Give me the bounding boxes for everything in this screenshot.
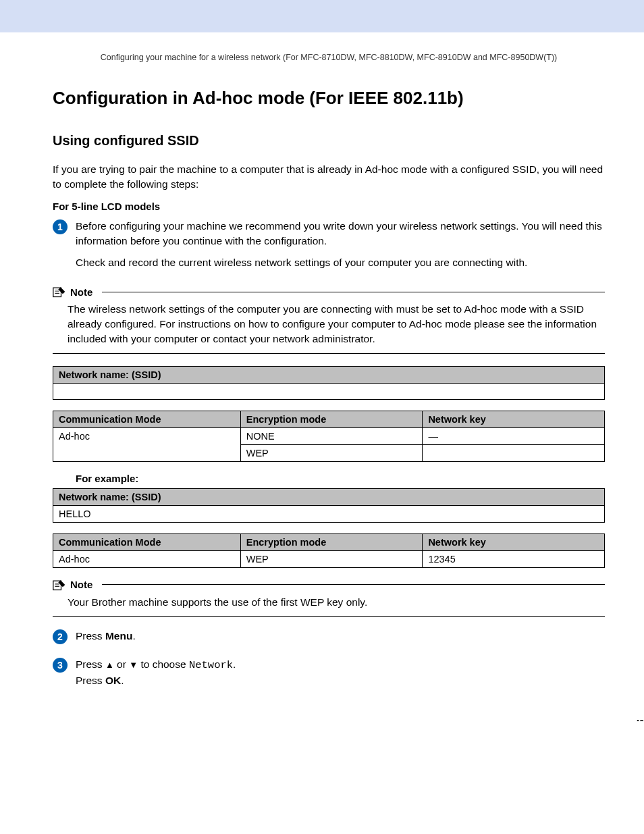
cell-key — [423, 444, 605, 461]
modes-table-example: Communication Mode Encryption mode Netwo… — [53, 533, 605, 568]
step-3-line2-post: . — [121, 675, 124, 686]
modes-header-key: Network key — [423, 411, 605, 427]
down-arrow-icon: ▼ — [129, 660, 138, 670]
step-3-dot: . — [233, 658, 236, 670]
modes-header-enc: Encryption mode — [240, 533, 423, 550]
note-block-2: Note Your Brother machine supports the u… — [53, 579, 605, 617]
step-1-body: Before configuring your machine we recom… — [76, 219, 605, 276]
step-3-choose: to choose — [138, 658, 189, 670]
step-3-body: Press ▲ or ▼ to choose Network. Press OK… — [76, 657, 605, 694]
note-1-body: The wireless network settings of the com… — [53, 298, 605, 353]
for-example-label: For example: — [76, 473, 605, 484]
table-row: Ad-hoc WEP 12345 — [53, 550, 605, 567]
step-2-body: Press Menu. — [76, 629, 605, 650]
intro-paragraph: If you are trying to pair the machine to… — [53, 162, 605, 191]
step-1-text-b: Check and record the current wireless ne… — [76, 255, 605, 270]
breadcrumb: Configuring your machine for a wireless … — [53, 53, 605, 62]
cell-enc: NONE — [240, 427, 423, 444]
ssid-table-example: Network name: (SSID) HELLO — [53, 488, 605, 523]
step-3: 3 Press ▲ or ▼ to choose Network. Press … — [53, 657, 605, 694]
step-2-post: . — [132, 630, 135, 642]
table-row: Ad-hoc NONE — — [53, 427, 605, 444]
note-label: Note — [70, 286, 92, 298]
step-1-text-a: Before configuring your machine we recom… — [76, 219, 605, 248]
step-3-line2-pre: Press — [76, 675, 105, 686]
step-2: 2 Press Menu. — [53, 629, 605, 650]
ssid-header: Network name: (SSID) — [53, 366, 605, 383]
section-title: Using configured SSID — [53, 133, 605, 149]
note-end-rule — [53, 616, 605, 617]
step-3-network: Network — [189, 659, 233, 671]
step-3-pre: Press — [76, 658, 105, 670]
step-1: 1 Before configuring your machine we rec… — [53, 219, 605, 276]
step-2-bold: Menu — [105, 630, 132, 642]
note-icon — [53, 579, 66, 591]
note-2-body: Your Brother machine supports the use of… — [53, 591, 605, 617]
up-arrow-icon: ▲ — [105, 660, 114, 670]
step-number-icon: 3 — [53, 658, 68, 673]
page-content: 3 Configuring your machine for a wireles… — [0, 32, 644, 721]
modes-header-enc: Encryption mode — [240, 411, 423, 427]
cell-comm: Ad-hoc — [53, 550, 241, 567]
modes-header-comm: Communication Mode — [53, 411, 241, 427]
modes-table-blank: Communication Mode Encryption mode Netwo… — [53, 411, 605, 462]
ssid-header: Network name: (SSID) — [53, 488, 605, 505]
model-subhead: For 5-line LCD models — [53, 201, 605, 212]
ssid-blank-cell — [53, 383, 605, 399]
cell-enc: WEP — [240, 444, 423, 461]
page-number: 43 — [635, 719, 644, 721]
note-end-rule — [53, 353, 605, 354]
note-rule — [102, 292, 605, 292]
top-band — [0, 0, 644, 32]
note-block-1: Note The wireless network settings of th… — [53, 286, 605, 353]
note-rule — [102, 584, 605, 585]
step-number-icon: 1 — [53, 219, 68, 234]
step-number-icon: 2 — [53, 629, 68, 644]
ssid-table-blank: Network name: (SSID) — [53, 366, 605, 400]
ssid-example-cell: HELLO — [53, 505, 605, 522]
cell-key: 12345 — [423, 550, 605, 567]
cell-comm: Ad-hoc — [53, 427, 241, 461]
step-3-line2-bold: OK — [105, 675, 121, 686]
step-3-mid: or — [114, 658, 129, 670]
page-title: Configuration in Ad-hoc mode (For IEEE 8… — [53, 88, 605, 109]
cell-enc: WEP — [240, 550, 423, 567]
modes-header-comm: Communication Mode — [53, 533, 241, 550]
step-2-pre: Press — [76, 630, 105, 642]
note-label: Note — [70, 579, 92, 590]
modes-header-key: Network key — [423, 533, 605, 550]
note-icon — [53, 286, 66, 298]
cell-key: — — [423, 427, 605, 444]
